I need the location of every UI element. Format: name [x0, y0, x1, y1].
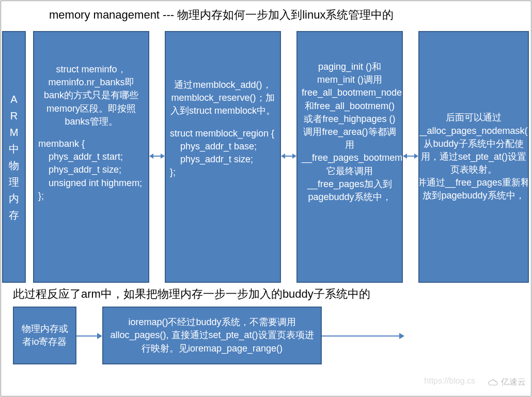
box-meminfo-code: membank { phys_addr_t start; phys_addr_t…: [38, 138, 144, 203]
sidebar-arm-label: ARM中物理内存: [2, 31, 26, 283]
box-memblock-text: 通过memblock_add()，memblock_reserve()；加入到s…: [170, 79, 276, 118]
svg-marker-2: [161, 154, 165, 159]
box-meminfo: struct meminfo，meminfo.nr_banks即bank的方式只…: [33, 31, 149, 283]
box-memblock-code: struct memblock_region { phys_addr_t bas…: [170, 127, 276, 179]
watermark-url: https://blog.cs: [424, 376, 475, 386]
svg-marker-10: [97, 333, 102, 339]
diagram-subtitle: 此过程反应了arm中，如果把物理内存一步一步加入的buddy子系统中的: [13, 286, 370, 302]
sidebar-text: ARM中物理内存: [3, 32, 25, 282]
svg-marker-8: [414, 154, 418, 159]
box-meminfo-text: struct meminfo，meminfo.nr_banks即bank的方式只…: [38, 63, 144, 128]
arrow-bidir-3: [403, 150, 418, 162]
arrow-bidir-1: [149, 150, 165, 162]
svg-marker-1: [149, 154, 153, 159]
svg-marker-5: [292, 154, 296, 159]
cloud-icon: [488, 379, 499, 386]
box-ioremap: ioremap()不经过buddy系统，不需要调用alloc_pages(), …: [102, 307, 322, 364]
svg-marker-12: [399, 333, 404, 339]
arrow-bidir-2: [281, 150, 296, 162]
svg-marker-7: [403, 154, 407, 159]
watermark-brand-text: 亿速云: [501, 377, 526, 388]
box-phys-io-text: 物理内存或者io寄存器: [18, 323, 71, 348]
box-memblock: 通过memblock_add()，memblock_reserve()；加入到s…: [165, 31, 281, 283]
box-alloc-text: 后面可以通过__alloc_pages_nodemask()从buddy子系统中…: [418, 111, 529, 202]
box-phys-io: 物理内存或者io寄存器: [13, 307, 76, 364]
box-paging-init: paging_init ()和mem_init ()调用free_all_boo…: [296, 31, 403, 283]
diagram-title: memory management --- 物理内存如何一步加入到linux系统…: [49, 7, 394, 23]
box-alloc-pages: 后面可以通过__alloc_pages_nodemask()从buddy子系统中…: [418, 31, 529, 283]
box-ioremap-text: ioremap()不经过buddy系统，不需要调用alloc_pages(), …: [107, 316, 317, 355]
svg-marker-4: [281, 154, 285, 159]
watermark-brand: 亿速云: [488, 377, 526, 388]
arrow-right-2: [322, 330, 404, 342]
arrow-right-1: [76, 330, 102, 342]
box-paging-text: paging_init ()和mem_init ()调用free_all_boo…: [302, 60, 398, 204]
